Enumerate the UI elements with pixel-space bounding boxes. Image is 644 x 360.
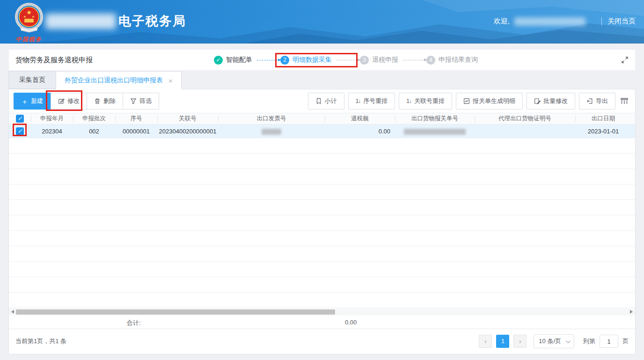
summary-row: 合计: 0.00 <box>9 316 635 329</box>
app-header: ★ ★ ★ 中国税务 电子税务局 欢迎, 关闭当页 <box>0 0 644 44</box>
cell-refund-amount: 0.00 <box>325 128 395 135</box>
column-header[interactable]: 代理出口货物证明号 <box>475 115 575 123</box>
filter-button[interactable]: 筛选 <box>123 93 159 110</box>
tab-bar: 采集首页 外贸企业出口退税出口明细申报表 × <box>8 71 182 89</box>
edit-pencil-icon <box>58 98 65 104</box>
pagination-bar: 当前第1页，共1 条 ‹ 1 › 10 条/页 到第 页 <box>9 329 635 353</box>
column-header[interactable]: 出口发票号 <box>218 115 325 123</box>
user-area: 欢迎, 关闭当页 <box>494 17 636 26</box>
funnel-icon <box>130 98 137 104</box>
column-header[interactable]: 出口货物报关单号 <box>395 115 475 123</box>
next-page-button[interactable]: › <box>513 335 527 348</box>
batch-modify-button[interactable]: 批量修改 <box>527 93 575 110</box>
goto-prefix-label: 到第 <box>583 337 595 345</box>
table-row[interactable]: ✓ 202304 002 00000001 20230400200000001 … <box>9 125 635 138</box>
step-3-badge: 3 <box>360 56 369 65</box>
page-size-select[interactable]: 10 条/页 <box>534 334 574 348</box>
cell-declare-month: 202304 <box>31 128 73 135</box>
total-label: 合计: <box>127 319 141 327</box>
step-result-query[interactable]: 4 申报结果查询 <box>426 56 478 65</box>
step-detail-data-collection[interactable]: 2 明细数据采集 <box>280 56 332 65</box>
column-header[interactable]: 出口日期 <box>575 115 631 123</box>
subtotal-button[interactable]: 小计 <box>308 93 344 110</box>
export-button[interactable]: 导出 <box>579 93 615 110</box>
logo-caption: 中国税务 <box>10 36 48 44</box>
delete-button[interactable]: 删除 <box>87 93 123 110</box>
column-header[interactable]: 退税额 <box>325 115 395 123</box>
scroll-left-arrow-icon[interactable] <box>11 310 14 314</box>
page-status-text: 当前第1页，共1 条 <box>15 337 66 345</box>
national-tax-emblem-icon: ★ ★ ★ <box>14 2 44 33</box>
bookmark-icon <box>315 98 322 104</box>
seq-resort-button[interactable]: 1↓ 序号重排 <box>348 93 395 110</box>
current-page-button[interactable]: 1 <box>496 335 509 348</box>
modify-button[interactable]: 修改 <box>51 93 87 110</box>
app-title: 电子税务局 <box>118 13 186 29</box>
scroll-right-arrow-icon[interactable] <box>630 310 633 314</box>
numeric-sort-icon: 1↓ <box>356 98 361 104</box>
check-icon: ✓ <box>17 128 22 134</box>
step-2-badge: 2 <box>280 56 289 65</box>
prev-page-button[interactable]: ‹ <box>479 335 492 348</box>
row-checkbox[interactable]: ✓ <box>16 127 24 135</box>
column-settings-icon[interactable] <box>620 97 629 105</box>
cell-customs-no-redacted <box>395 127 475 134</box>
divider <box>601 17 602 25</box>
cell-seq: 00000001 <box>115 128 157 135</box>
cell-assoc-no: 20230400200000001 <box>157 128 218 135</box>
horizontal-scrollbar[interactable] <box>9 309 635 316</box>
toolbar: ＋ 新建 修改 删除 筛选 <box>9 89 635 113</box>
user-name-redacted <box>514 17 585 26</box>
chart-box-icon <box>463 98 470 104</box>
step-4-badge: 4 <box>426 56 435 65</box>
check-icon: ✓ <box>17 115 22 122</box>
column-header[interactable]: 关联号 <box>157 115 218 123</box>
step-smart-matching[interactable]: ✓ 智能配单 <box>214 56 252 65</box>
close-page-link[interactable]: 关闭当页 <box>607 17 636 26</box>
column-header[interactable]: 申报批次 <box>73 115 115 123</box>
document-edit-icon <box>534 98 541 104</box>
page-title: 货物劳务及服务退税申报 <box>15 50 93 70</box>
svg-text:★: ★ <box>32 15 35 18</box>
plus-icon: ＋ <box>21 98 28 105</box>
step-refund-declaration[interactable]: 3 退税申报 <box>360 56 398 65</box>
trash-icon <box>94 98 101 104</box>
svg-text:★: ★ <box>26 9 32 16</box>
generate-detail-button[interactable]: 报关单生成明细 <box>456 93 523 110</box>
scrollbar-thumb[interactable] <box>16 309 335 315</box>
goto-page-input[interactable] <box>600 335 618 348</box>
fullscreen-expand-icon[interactable] <box>621 56 629 64</box>
assoc-resort-button[interactable]: 1↓ 关联号重排 <box>399 93 452 110</box>
etax-bureau-app: ★ ★ ★ 中国税务 电子税务局 欢迎, 关闭当页 货物劳务及服务退税申报 ✓ … <box>0 0 644 360</box>
chevron-down-icon <box>566 338 571 343</box>
column-header[interactable]: 申报年月 <box>31 115 73 123</box>
column-header[interactable]: 序号 <box>115 115 157 123</box>
empty-table-area <box>9 138 635 309</box>
goto-suffix-label: 页 <box>622 337 629 345</box>
workflow-steps: ✓ 智能配单 2 明细数据采集 3 退税申报 4 申报结果查询 <box>214 50 478 70</box>
step-connector-arrow-icon <box>403 60 424 60</box>
welcome-label: 欢迎, <box>494 17 510 26</box>
step-done-check-icon: ✓ <box>214 56 223 65</box>
export-arrow-icon <box>586 98 593 104</box>
total-refund-amount: 0.00 <box>345 319 357 326</box>
cell-invoice-no-redacted <box>218 127 325 134</box>
table-header-row: ✓ 申报年月 申报批次 序号 关联号 出口发票号 退税额 出口货物报关单号 代理… <box>9 113 635 125</box>
cell-batch: 002 <box>73 128 115 135</box>
tax-logo: ★ ★ ★ 中国税务 <box>10 2 48 44</box>
cell-export-date: 2023-01-01 <box>575 128 631 135</box>
numeric-sort-icon: 1↓ <box>406 98 411 104</box>
step-connector-arrow-icon <box>337 60 357 60</box>
step-connector-arrow-icon <box>257 60 278 60</box>
svg-text:★: ★ <box>23 15 26 18</box>
select-all-checkbox[interactable]: ✓ <box>16 115 24 123</box>
workflow-bar: 货物劳务及服务退税申报 ✓ 智能配单 2 明细数据采集 3 退税申报 4 申报结… <box>8 49 636 71</box>
close-tab-icon[interactable]: × <box>168 77 173 85</box>
content-card: ＋ 新建 修改 删除 筛选 <box>8 89 636 354</box>
tab-collection-home[interactable]: 采集首页 <box>8 71 56 89</box>
tab-export-detail-form[interactable]: 外贸企业出口退税出口明细申报表 × <box>56 71 182 89</box>
new-button[interactable]: ＋ 新建 <box>14 93 51 110</box>
org-name-redacted <box>45 14 116 29</box>
